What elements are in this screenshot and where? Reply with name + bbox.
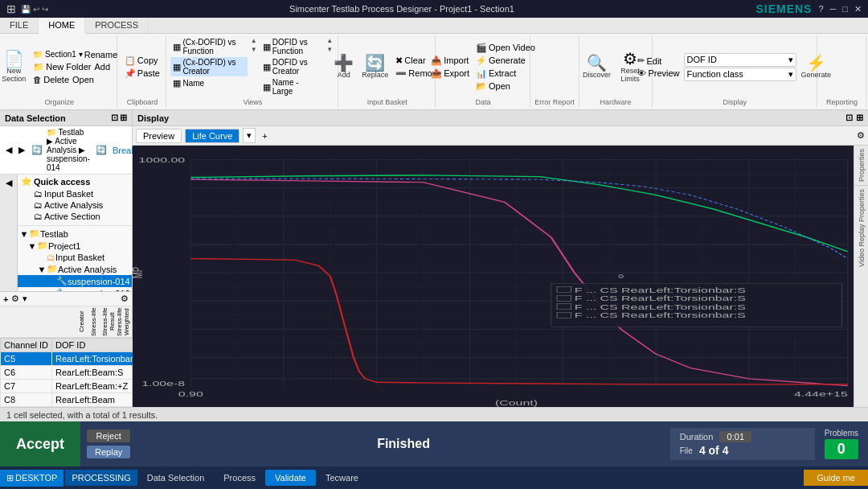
tree-item-active-analysis[interactable]: 🗂 Active Analysis <box>21 199 129 211</box>
aa-toggle[interactable]: ▼ <box>37 265 47 274</box>
view-name-large[interactable]: ▦Name - Large <box>260 77 323 97</box>
cell-dof-c8: RearLeft:Beam <box>52 393 145 407</box>
video-replay-label: Video Replay Properties <box>858 186 866 270</box>
view-dofid-fn[interactable]: ▦DOFID vs Function <box>260 37 323 56</box>
help-btn[interactable]: ? <box>818 4 823 14</box>
view-list-right: ▦DOFID vs Function ▦DOFID vs Creator ▦Na… <box>260 37 323 97</box>
preview-btn[interactable]: 👁Preview <box>635 68 682 79</box>
tree-item-suspension-014[interactable]: 🔧 suspension-014 <box>18 275 132 287</box>
display-col: ✏Edit 👁Preview <box>635 55 682 79</box>
view-cx-creator[interactable]: ▦(Cx-DOFID) vs Creator <box>170 57 247 76</box>
close-btn[interactable]: ✕ <box>854 4 862 14</box>
replay-button[interactable]: Replay <box>87 446 130 458</box>
open-btn[interactable]: 📂Open <box>473 80 538 92</box>
dof-id-dropdown[interactable]: DOF ID ▾ <box>684 53 796 67</box>
guide-me-button[interactable]: Guide me <box>804 470 868 486</box>
new-section-btn[interactable]: 📄 New Section <box>0 49 29 84</box>
data-selection-panel: Data Selection ⊡ ⊞ ◀ ▶ 🔄 📁 Testlab ▶ Act… <box>0 110 133 407</box>
panel-icon-1[interactable]: ⊡ <box>111 113 118 123</box>
nav-tab-tecware[interactable]: Tecware <box>316 470 368 486</box>
nav-bar: ◀ ▶ 🔄 📁 Testlab ▶ Active Analysis ▶ susp… <box>0 126 132 175</box>
add-btn[interactable]: ➕ Add <box>330 53 357 80</box>
organize-col: 📁 Section1 ▾ Rename 📁New Folder Add 🗑Del… <box>31 49 120 85</box>
nav-tab-validate[interactable]: Validate <box>265 470 316 486</box>
view-dofid-creator[interactable]: ▦DOFID vs Creator <box>260 57 323 76</box>
generate-btn[interactable]: ⚡Generate <box>473 55 538 67</box>
tree-sidebar-arrow[interactable]: ◀ <box>6 178 12 188</box>
tab-add-btn[interactable]: + <box>259 129 270 142</box>
import-btn[interactable]: 📥Import <box>428 55 472 67</box>
tree-item-active-analysis-tree[interactable]: ▼ 📁 Active Analysis <box>18 263 132 275</box>
reject-button[interactable]: Reject <box>87 429 130 442</box>
tree-item-testlab[interactable]: ▼ 📁 Testlab <box>18 228 132 240</box>
bottom-main: Accept Reject Replay Finished Duration 0… <box>0 421 868 466</box>
tree-main[interactable]: ⭐ Quick access 🗂 Input Basket 🗂 Active A… <box>18 175 132 291</box>
grid-icon-btn[interactable]: ⊞ DESKTOP <box>0 470 63 487</box>
file-value: 4 of 4 <box>699 444 729 457</box>
replace-btn[interactable]: 🔄 Replace <box>358 53 391 80</box>
tree-item-input-basket-tree[interactable]: 🗂 Input Basket <box>18 252 132 263</box>
back-btn[interactable]: ◀ <box>3 143 14 157</box>
open-video-btn[interactable]: 🎬Open Video <box>473 42 538 54</box>
display-icon-2[interactable]: ⊞ <box>856 113 863 123</box>
extract-btn[interactable]: 📊Extract <box>473 68 538 80</box>
maximize-btn[interactable]: □ <box>842 4 848 14</box>
svg-text:1.00e-8: 1.00e-8 <box>141 379 185 388</box>
filter-dropdown[interactable]: ▾ <box>23 294 27 304</box>
chart-settings-btn[interactable]: ⚙ <box>857 130 865 141</box>
tab-file[interactable]: FILE <box>0 18 39 33</box>
add-icon: ➕ <box>334 55 354 71</box>
up-btn[interactable]: 🔄 <box>29 143 45 157</box>
duration-label: Duration <box>680 432 714 442</box>
rename-btn[interactable]: 📁 Section1 ▾ Rename <box>31 49 120 60</box>
minimize-btn[interactable]: ─ <box>830 4 837 14</box>
export-btn[interactable]: 📤Export <box>428 68 472 80</box>
tree-sidebar: ◀ <box>0 175 18 291</box>
duration-row: Duration 0:01 <box>680 431 805 442</box>
project1-toggle[interactable]: ▼ <box>27 241 37 251</box>
clipboard-content: 📋Copy 📌Paste <box>122 37 162 97</box>
tab-home[interactable]: HOME <box>39 18 85 34</box>
testlab-toggle[interactable]: ▼ <box>19 229 29 239</box>
copy-btn[interactable]: 📋Copy <box>122 55 162 67</box>
breadcrumb: 📁 Testlab ▶ Active Analysis ▶ suspension… <box>47 128 90 172</box>
tab-preview[interactable]: Preview <box>136 129 182 143</box>
new-folder-btn[interactable]: 📁New Folder Add <box>31 61 120 73</box>
svg-text:F ... CS RearLeft:Torsionbar:S: F ... CS RearLeft:Torsionbar:S <box>575 286 746 294</box>
data-col2: 🎬Open Video ⚡Generate 📊Extract 📂Open <box>473 42 538 92</box>
add-channel-btn[interactable]: + <box>3 294 8 304</box>
edit-btn[interactable]: ✏Edit <box>635 55 682 67</box>
tab-dropdown-btn[interactable]: ▾ <box>243 128 256 143</box>
input-basket-content: ➕ Add 🔄 Replace ✖Clear ➖Remove <box>330 37 444 97</box>
forward-btn[interactable]: ▶ <box>16 143 27 157</box>
delete-btn[interactable]: 🗑Delete Open <box>31 74 120 85</box>
nav-tab-data-selection[interactable]: Data Selection <box>137 470 215 486</box>
status-text: 1 cell selected, with a total of 1 resul… <box>6 410 158 420</box>
refresh-btn[interactable]: 🔄 <box>93 143 109 157</box>
cell-dof-c7: RearLeft:Beam:+Z <box>52 380 145 393</box>
tree-area: ◀ ⭐ Quick access 🗂 Input Basket 🗂 Activ <box>0 175 132 291</box>
grid-icon: ⊞ <box>6 473 14 483</box>
display-icon-1[interactable]: ⊡ <box>845 113 853 123</box>
tree-item-project1[interactable]: ▼ 📁 Project1 <box>18 240 132 252</box>
paste-btn[interactable]: 📌Paste <box>122 68 162 80</box>
processing-btn[interactable]: PROCESSING <box>65 470 137 486</box>
filter-icon[interactable]: ⚙ <box>11 294 19 304</box>
ib-tree-icon: 🗂 <box>47 253 55 262</box>
tab-life-curve[interactable]: Life Curve <box>185 129 240 143</box>
title-bar: ⊞ 💾 ↩ ↪ Simcenter Testlab Process Design… <box>0 0 868 18</box>
discover-btn[interactable]: 🔍 Discover <box>583 53 611 80</box>
function-class-dropdown[interactable]: Function class ▾ <box>684 68 796 81</box>
tree-item-input-basket[interactable]: 🗂 Input Basket <box>21 188 129 199</box>
view-name[interactable]: ▦Name <box>170 77 247 89</box>
scroll-down[interactable]: ▼ <box>251 46 257 53</box>
file-label: File <box>680 446 693 455</box>
scroll-up[interactable]: ▲ <box>251 37 257 44</box>
gear-settings[interactable]: ⚙ <box>121 294 129 304</box>
panel-icon-2[interactable]: ⊞ <box>120 113 127 123</box>
tree-item-active-section[interactable]: 🗂 Active Section <box>21 211 129 222</box>
accept-button[interactable]: Accept <box>0 421 80 466</box>
nav-tab-process[interactable]: Process <box>214 470 265 486</box>
view-cx-fn[interactable]: ▦(Cx-DOFID) vs Function <box>170 37 247 56</box>
tab-process[interactable]: PROCESS <box>85 18 149 33</box>
